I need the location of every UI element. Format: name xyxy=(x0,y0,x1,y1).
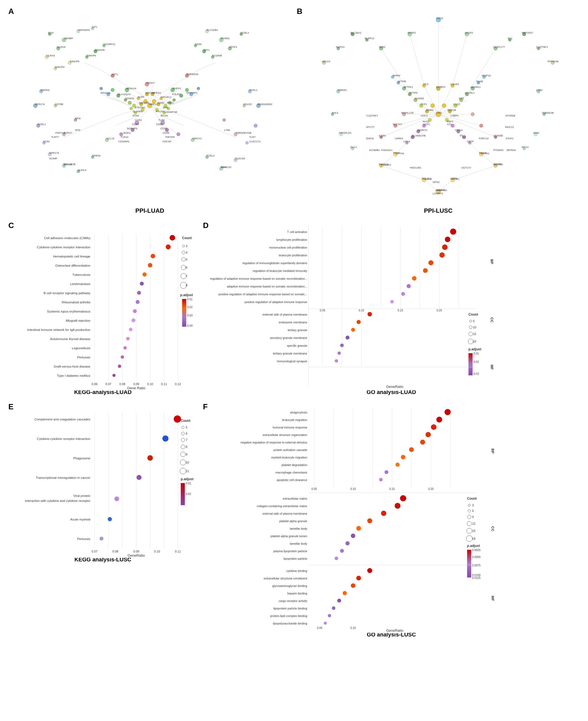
svg-text:Count: Count xyxy=(181,419,190,423)
svg-point-608 xyxy=(468,509,471,512)
bp-dot-3 xyxy=(442,244,447,250)
svg-text:LONRF3: LONRF3 xyxy=(433,192,443,195)
bp-dot-F-8 xyxy=(396,463,400,467)
svg-text:CD53: CD53 xyxy=(132,123,139,126)
legend-padjust-E: p.adjust 0.01 0.02 xyxy=(181,477,193,505)
svg-text:ABI3BP: ABI3BP xyxy=(64,37,73,40)
svg-text:platelet alpha granule: platelet alpha granule xyxy=(279,519,308,523)
svg-text:FAM101A: FAM101A xyxy=(381,149,393,151)
svg-point-464 xyxy=(182,245,185,247)
svg-text:AGTR2: AGTR2 xyxy=(480,152,489,155)
svg-text:PI16: PI16 xyxy=(48,32,54,34)
svg-text:CD52: CD52 xyxy=(158,102,165,104)
svg-text:SLC7A7: SLC7A7 xyxy=(393,123,402,126)
svg-text:18: 18 xyxy=(472,537,476,540)
mf-dot-F-3 xyxy=(351,583,355,588)
svg-text:humoral immune response: humoral immune response xyxy=(273,426,307,429)
bp-dot-F-4 xyxy=(426,432,431,437)
svg-text:SX1: SX1 xyxy=(507,37,512,40)
svg-text:Systemic lupus erythematosus: Systemic lupus erythematosus xyxy=(47,310,90,313)
svg-text:LY86: LY86 xyxy=(224,129,230,131)
svg-text:0.10: 0.10 xyxy=(350,488,356,491)
dot-5 xyxy=(143,272,147,277)
svg-text:3: 3 xyxy=(186,244,187,248)
svg-text:FHL5: FHL5 xyxy=(332,111,338,114)
svg-text:FBP1: FBP1 xyxy=(447,120,453,123)
svg-point-556 xyxy=(182,426,184,429)
cc-dot-F-8 xyxy=(340,549,344,553)
svg-text:Autoimmune thyroid disease: Autoimmune thyroid disease xyxy=(50,337,90,341)
svg-text:Count: Count xyxy=(468,312,478,316)
panel-title-B: PPI-LUSC xyxy=(294,207,583,216)
svg-text:EMCN: EMCN xyxy=(366,137,374,140)
dot-7 xyxy=(137,291,141,295)
svg-text:15: 15 xyxy=(472,529,476,533)
go-lusc-svg: BP phagocytosis leukocyte migration humo… xyxy=(203,404,495,632)
svg-text:GIMAP4: GIMAP4 xyxy=(55,66,64,68)
mf-dot-F-8 xyxy=(324,622,327,625)
legend-count-C: Count 3 4 5 6 7 8 xyxy=(181,236,192,289)
dotplot-E: Complement and coagulation cascades Cyto… xyxy=(8,404,197,558)
svg-text:CCL: CCL xyxy=(447,123,452,126)
svg-text:tertiary granule: tertiary granule xyxy=(288,328,307,332)
x-axis-bp-labels-F: 0.05 0.10 0.15 0.20 xyxy=(311,488,434,491)
svg-point-95 xyxy=(197,87,200,90)
bp-label-F: BP xyxy=(491,449,495,454)
svg-text:LILRA6: LILRA6 xyxy=(57,46,65,48)
svg-text:0.08: 0.08 xyxy=(112,550,118,553)
svg-text:adaptive immune response based: adaptive immune response based on somati… xyxy=(227,285,307,288)
panel-label-D: D xyxy=(203,221,209,230)
svg-text:tertiary granule membrane: tertiary granule membrane xyxy=(273,352,307,355)
svg-text:GPR174: GPR174 xyxy=(49,151,59,154)
panel-A: A xyxy=(5,5,294,217)
svg-text:lymphocyte proliferation: lymphocyte proliferation xyxy=(276,238,307,241)
svg-text:AMICA1: AMICA1 xyxy=(192,137,202,140)
svg-rect-619 xyxy=(467,550,471,578)
svg-text:lamellar body: lamellar body xyxy=(290,542,308,545)
dot-E-7 xyxy=(100,537,103,540)
svg-text:p.adjust: p.adjust xyxy=(180,293,193,297)
bp-dot-7 xyxy=(412,276,417,281)
network-B: TFPI2 SFRP2 AKAP2 ZEB2 CCDC177 NLRP12 SX… xyxy=(294,5,583,206)
cc-dot-F-4 xyxy=(367,518,372,523)
svg-text:VSIG4: VSIG4 xyxy=(455,129,462,131)
svg-point-91 xyxy=(185,88,189,91)
dot-4 xyxy=(148,263,152,267)
svg-text:7: 7 xyxy=(186,438,187,441)
svg-text:GIMAP8: GIMAP8 xyxy=(95,49,105,52)
bp-dot-5 xyxy=(428,260,434,265)
svg-text:ELANECFB: ELANECFB xyxy=(412,134,426,137)
svg-text:PTPTRC: PTPTRC xyxy=(135,106,145,109)
svg-point-516 xyxy=(351,328,355,332)
svg-text:FCRL: FCRL xyxy=(43,140,50,143)
svg-text:LST1: LST1 xyxy=(112,73,118,76)
svg-text:SIGLEC1: SIGLEC1 xyxy=(161,96,171,99)
svg-text:protein-lipid complex binding: protein-lipid complex binding xyxy=(270,614,307,618)
svg-text:0.20: 0.20 xyxy=(437,309,442,312)
svg-text:P2RY12: P2RY12 xyxy=(55,131,65,134)
cc-dot-F-2 xyxy=(395,503,401,509)
svg-text:Leishmaniasis: Leishmaniasis xyxy=(70,282,90,286)
bp-dot-F-7 xyxy=(401,455,405,459)
svg-text:MUC21: MUC21 xyxy=(505,126,514,128)
svg-text:endosome membrane: endosome membrane xyxy=(279,321,307,324)
svg-text:FDCSP: FDCSP xyxy=(163,140,171,143)
svg-point-299 xyxy=(442,104,446,108)
svg-point-324 xyxy=(462,136,466,139)
mf-dot-F-4 xyxy=(343,591,347,595)
svg-text:MS4A14: MS4A14 xyxy=(126,87,136,90)
svg-text:SLC34A2: SLC34A2 xyxy=(350,32,361,34)
svg-text:CLEC4G: CLEC4G xyxy=(235,157,245,160)
cc-dot-F-9 xyxy=(335,557,338,560)
svg-text:CRISPLD2: CRISPLD2 xyxy=(339,131,351,134)
svg-point-526 xyxy=(469,332,472,336)
mf-label-D: MF xyxy=(490,365,494,370)
svg-text:ACSL5: ACSL5 xyxy=(423,178,432,181)
svg-text:CCDC177: CCDC177 xyxy=(493,46,505,48)
panel-label-C: C xyxy=(8,221,14,230)
svg-point-101 xyxy=(176,132,180,136)
svg-text:0.05: 0.05 xyxy=(317,626,322,630)
svg-point-564 xyxy=(181,452,185,457)
svg-point-468 xyxy=(182,258,185,261)
svg-point-558 xyxy=(182,432,185,435)
